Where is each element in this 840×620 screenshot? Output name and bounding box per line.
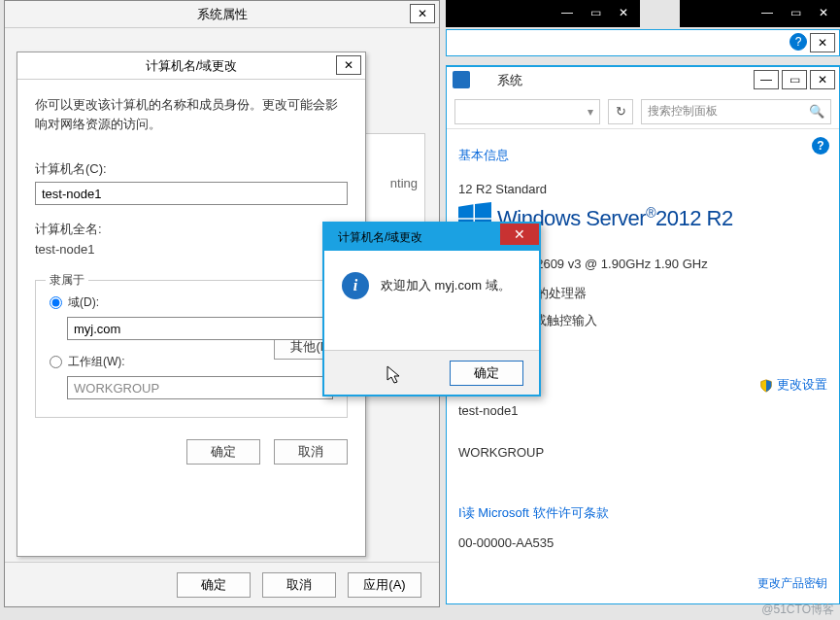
system-toolbar: ▾ ↻ 搜索控制面板 🔍 <box>447 94 839 129</box>
change-title: 计算机名/域更改 <box>146 58 238 73</box>
close-button-under[interactable]: ✕ <box>810 33 835 52</box>
props-footer: 确定 取消 应用(A) <box>5 562 439 606</box>
os-line: 12 R2 Standard <box>458 182 827 196</box>
radio-workgroup-label: 工作组(W): <box>68 354 125 370</box>
system-titlebar: 系统 — ▭ ✕ <box>447 67 839 94</box>
radio-workgroup[interactable]: 工作组(W): <box>50 354 333 370</box>
group-label: 隶属于 <box>46 272 88 289</box>
change-settings-link[interactable]: 更改设置 <box>759 376 827 394</box>
props-apply-button[interactable]: 应用(A) <box>348 572 421 598</box>
msg-text: 欢迎加入 myj.com 域。 <box>381 277 511 294</box>
search-input[interactable]: 搜索控制面板 🔍 <box>641 99 831 124</box>
min-button-bg1[interactable]: — <box>554 3 580 22</box>
search-placeholder: 搜索控制面板 <box>648 103 718 120</box>
radio-domain-label: 域(D): <box>68 294 99 311</box>
radio-domain-input[interactable] <box>50 296 62 309</box>
node-b: test-node1 <box>458 403 827 418</box>
close-button-change[interactable]: ✕ <box>336 55 361 75</box>
label-computer-name: 计算机名(C): <box>35 160 348 178</box>
system-title: 系统 <box>497 72 522 89</box>
workgroup-input <box>67 376 333 399</box>
ms-license-link[interactable]: I读 Microsoft 软件许可条款 <box>458 504 827 522</box>
close-button-bg2[interactable]: ✕ <box>811 3 836 22</box>
msg-titlebar: 计算机名/域更改 ✕ <box>324 224 539 251</box>
min-button-bg2[interactable]: — <box>755 3 780 22</box>
close-button-msg[interactable]: ✕ <box>500 224 539 245</box>
close-button-sys[interactable]: ✕ <box>810 70 835 89</box>
props-titlebar: 系统属性 ✕ <box>5 1 439 28</box>
close-button-bg1[interactable]: ✕ <box>611 3 636 22</box>
watermark: @51CTO博客 <box>761 602 834 618</box>
system-icon <box>453 71 470 88</box>
restore-button-bg1[interactable]: ▭ <box>583 3 608 22</box>
radio-domain[interactable]: 域(D): <box>50 294 333 311</box>
props-title: 系统属性 <box>197 7 248 21</box>
domain-input[interactable] <box>67 317 333 340</box>
search-icon: 🔍 <box>809 104 824 119</box>
change-titlebar: 计算机名/域更改 ✕ <box>17 52 365 80</box>
computer-name-input[interactable] <box>35 182 348 205</box>
under-titlebar: ? ✕ <box>446 29 840 56</box>
props-ok-button[interactable]: 确定 <box>177 572 251 598</box>
restore-button-sys[interactable]: ▭ <box>782 70 807 89</box>
shield-icon <box>759 379 773 393</box>
member-of-group: 隶属于 域(D): 工作组(W): <box>35 280 348 418</box>
stub-text: nting <box>390 176 418 190</box>
bg-dark-strip-1: — ▭ ✕ <box>446 0 640 27</box>
label-full-name: 计算机全名: <box>35 221 348 238</box>
section-basic-info: 基本信息 <box>458 147 827 164</box>
help-icon[interactable]: ? <box>790 33 807 51</box>
brand-c: R2 <box>707 207 733 231</box>
change-cancel-button[interactable]: 取消 <box>274 439 348 465</box>
props-cancel-button[interactable]: 取消 <box>262 572 336 598</box>
workgroup-val: WORKGROUP <box>458 445 827 460</box>
bg-dark-strip-2: — ▭ ✕ <box>680 0 840 27</box>
chevron-down-icon: ▾ <box>588 105 593 119</box>
welcome-message-dialog: 计算机名/域更改 ✕ i 欢迎加入 myj.com 域。 确定 <box>322 222 541 396</box>
svg-marker-0 <box>458 204 473 218</box>
help-icon-body[interactable]: ? <box>812 137 829 155</box>
msg-ok-button[interactable]: 确定 <box>450 361 523 386</box>
svg-marker-1 <box>475 202 491 218</box>
product-id: 00-00000-AA535 <box>458 535 827 550</box>
address-bar[interactable]: ▾ <box>454 99 600 124</box>
min-button-sys[interactable]: — <box>754 70 779 89</box>
full-name-value: test-node1 <box>35 242 348 257</box>
refresh-button[interactable]: ↻ <box>608 99 633 124</box>
change-product-key-link[interactable]: 更改产品密钥 <box>757 575 827 592</box>
brand-b: 2012 <box>655 207 701 231</box>
change-ok-button[interactable]: 确定 <box>186 439 260 465</box>
msg-title: 计算机名/域更改 <box>338 229 422 246</box>
restore-button-bg2[interactable]: ▭ <box>783 3 808 22</box>
change-info-text: 你可以更改该计算机的名称和成员身份。更改可能会影响对网络资源的访问。 <box>35 95 348 133</box>
name-domain-change-dialog: 计算机名/域更改 ✕ 你可以更改该计算机的名称和成员身份。更改可能会影响对网络资… <box>17 52 366 557</box>
radio-workgroup-input[interactable] <box>50 356 62 368</box>
close-button-props[interactable]: ✕ <box>410 4 435 23</box>
info-icon: i <box>342 272 369 299</box>
